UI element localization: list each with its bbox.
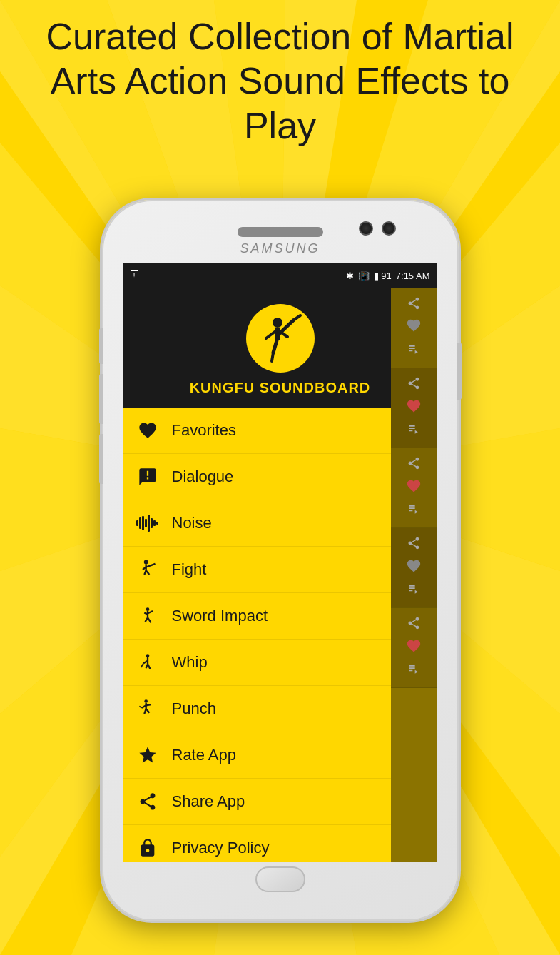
svg-rect-35 <box>142 516 144 530</box>
star-icon <box>135 742 161 768</box>
svg-rect-40 <box>156 522 158 525</box>
app-title: KUNGFU SOUNDBOARD <box>190 380 371 396</box>
home-side-button <box>99 434 103 484</box>
svg-rect-38 <box>151 518 153 528</box>
lock-icon <box>135 835 161 861</box>
main-area: KUNGFU SOUNDBOARD Favorites <box>123 288 437 862</box>
side-heart-icon-1 <box>406 318 422 338</box>
app-logo <box>245 303 316 374</box>
menu-item-whip[interactable]: Whip <box>123 640 437 686</box>
side-playlist-icon-2 <box>407 422 421 440</box>
status-right-icons: ✱ 📳 ▮ 91 7:15 AM <box>346 271 430 281</box>
side-panel <box>391 288 437 862</box>
whip-icon <box>135 650 161 675</box>
phone-screen: ! ✱ 📳 ▮ 91 7:15 AM <box>123 263 437 862</box>
status-bar: ! ✱ 📳 ▮ 91 7:15 AM <box>123 263 437 288</box>
menu-item-fight[interactable]: Fight <box>123 547 437 593</box>
side-item-5[interactable] <box>391 608 437 688</box>
speaker-grill <box>238 227 323 237</box>
vibrate-icon: 📳 <box>358 271 370 281</box>
fight-icon <box>135 557 161 582</box>
svg-point-41 <box>143 560 148 565</box>
screen-content: ! ✱ 📳 ▮ 91 7:15 AM <box>123 263 437 862</box>
side-heart-icon-3 <box>406 478 422 497</box>
phone-device: SAMSUNG ! ✱ 📳 ▮ 91 7:15 AM <box>102 200 459 921</box>
svg-line-45 <box>151 564 155 565</box>
noise-icon <box>135 510 161 536</box>
menu-item-sword-impact[interactable]: Sword Impact <box>123 593 437 640</box>
menu-item-rate-app[interactable]: Rate App <box>123 732 437 779</box>
volume-down-button <box>99 374 103 424</box>
svg-point-48 <box>146 607 149 611</box>
menu-item-dialogue[interactable]: Dialogue <box>123 454 437 500</box>
bluetooth-icon: ✱ <box>346 271 354 281</box>
favorites-label: Favorites <box>172 421 236 440</box>
fight-label: Fight <box>172 560 207 579</box>
page-title: Curated Collection of Martial Arts Actio… <box>0 14 560 148</box>
svg-point-25 <box>273 318 282 328</box>
side-share-icon-5 <box>407 616 421 634</box>
svg-line-47 <box>146 570 149 575</box>
battery-level: ▮ 91 <box>374 271 392 281</box>
front-camera2 <box>382 221 396 236</box>
privacy-policy-label: Privacy Policy <box>172 839 270 857</box>
side-playlist-icon-4 <box>407 582 421 600</box>
menu-item-favorites[interactable]: Favorites <box>123 408 437 454</box>
side-item-1[interactable] <box>391 288 437 368</box>
menu-item-privacy-policy[interactable]: Privacy Policy <box>123 825 437 862</box>
phone-body: SAMSUNG ! ✱ 📳 ▮ 91 7:15 AM <box>102 200 459 921</box>
side-item-4[interactable] <box>391 528 437 608</box>
svg-rect-36 <box>145 519 147 527</box>
svg-rect-34 <box>139 517 141 529</box>
noise-label: Noise <box>172 514 212 532</box>
whip-label: Whip <box>172 653 208 672</box>
sword-impact-label: Sword Impact <box>172 607 268 625</box>
svg-rect-37 <box>148 515 150 532</box>
svg-rect-33 <box>136 520 138 526</box>
notification-icon: ! <box>131 270 138 281</box>
side-item-2[interactable] <box>391 368 437 448</box>
dialogue-icon <box>135 464 161 490</box>
side-heart-icon-5 <box>406 638 422 657</box>
menu-item-share-app[interactable]: Share App <box>123 779 437 825</box>
share-icon <box>135 789 161 814</box>
app-header: KUNGFU SOUNDBOARD <box>123 288 437 408</box>
side-playlist-icon-5 <box>407 662 421 679</box>
power-button <box>457 343 462 400</box>
volume-up-button <box>99 328 103 364</box>
side-heart-icon-2 <box>406 398 422 417</box>
brand-label: SAMSUNG <box>240 241 320 256</box>
sword-icon <box>135 603 161 629</box>
side-share-icon-3 <box>407 456 421 474</box>
svg-rect-39 <box>153 520 156 526</box>
dialogue-label: Dialogue <box>172 468 234 486</box>
side-playlist-icon-1 <box>407 342 421 360</box>
svg-line-65 <box>146 709 149 713</box>
svg-line-66 <box>146 704 151 705</box>
svg-line-63 <box>139 707 142 708</box>
front-camera <box>359 221 373 236</box>
side-item-3[interactable] <box>391 448 437 528</box>
home-button[interactable] <box>255 866 305 892</box>
svg-point-60 <box>144 699 148 703</box>
svg-line-59 <box>148 664 151 669</box>
punch-icon <box>135 696 161 722</box>
svg-line-52 <box>148 617 151 622</box>
svg-point-54 <box>146 654 149 657</box>
side-share-icon-1 <box>407 296 421 314</box>
menu-item-punch[interactable]: Punch <box>123 686 437 732</box>
side-share-icon-4 <box>407 536 421 554</box>
side-share-icon-2 <box>407 376 421 394</box>
rate-app-label: Rate App <box>172 746 237 764</box>
side-heart-icon-4 <box>406 558 422 577</box>
share-app-label: Share App <box>172 792 245 811</box>
svg-line-57 <box>141 663 143 667</box>
favorites-icon <box>135 418 161 443</box>
side-playlist-icon-3 <box>407 502 421 520</box>
punch-label: Punch <box>172 699 216 718</box>
menu-list: Favorites Dialogue <box>123 408 437 862</box>
svg-line-30 <box>272 353 273 361</box>
time-display: 7:15 AM <box>396 271 430 281</box>
menu-item-noise[interactable]: Noise <box>123 500 437 547</box>
